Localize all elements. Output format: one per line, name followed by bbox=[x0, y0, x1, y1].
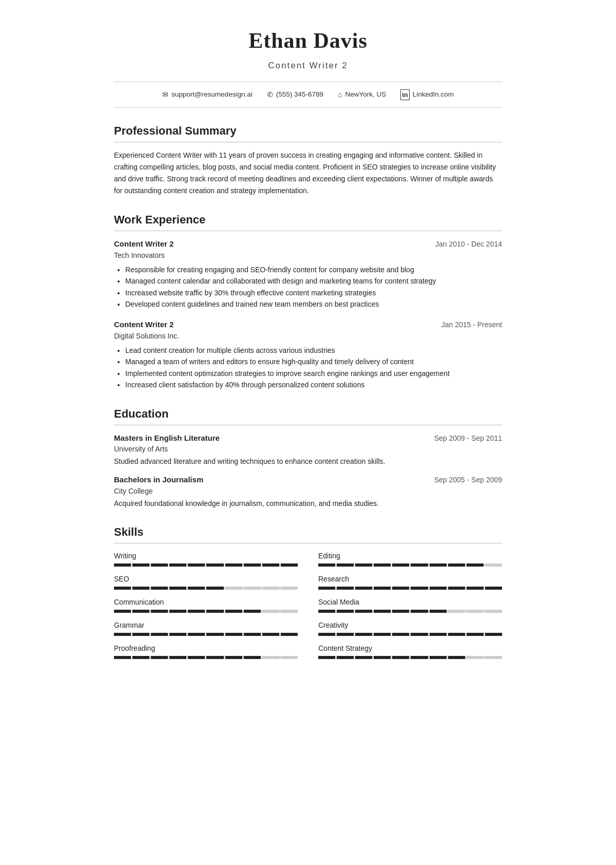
skill-segment bbox=[467, 587, 484, 590]
skill-segment bbox=[485, 587, 502, 590]
skill-segment bbox=[151, 563, 168, 567]
exp-date: Jan 2015 - Present bbox=[441, 319, 502, 330]
skill-segment bbox=[132, 563, 149, 567]
skill-segment bbox=[411, 656, 428, 659]
skill-segment bbox=[411, 610, 428, 613]
exp-company: Tech Innovators bbox=[114, 250, 502, 261]
skill-segment bbox=[244, 633, 261, 636]
summary-section: Professional Summary Experienced Content… bbox=[114, 122, 502, 197]
email-text: support@resumedesign.ai bbox=[171, 89, 253, 100]
skill-segment bbox=[448, 633, 465, 636]
skills-column-left: Writing SEO Communication Grammar Proofr… bbox=[114, 551, 298, 666]
skill-label: Content Strategy bbox=[318, 643, 502, 654]
skill-segment bbox=[355, 610, 372, 613]
edu-degree: Bachelors in Journalism bbox=[114, 474, 203, 486]
skill-segment bbox=[262, 610, 279, 613]
skill-segment bbox=[132, 610, 149, 613]
skill-segment bbox=[206, 563, 223, 567]
edu-degree: Masters in English Literature bbox=[114, 432, 220, 444]
skill-segment bbox=[206, 587, 223, 590]
skill-segment bbox=[281, 610, 298, 613]
experience-item: Content Writer 2 Jan 2010 - Dec 2014 Tec… bbox=[114, 238, 502, 310]
skill-segment bbox=[318, 633, 335, 636]
skill-segment bbox=[244, 610, 261, 613]
skill-item: Research bbox=[318, 574, 502, 590]
skill-item: Editing bbox=[318, 551, 502, 567]
skill-segment bbox=[169, 656, 186, 659]
skill-bar bbox=[114, 633, 298, 636]
skill-segment bbox=[374, 587, 391, 590]
skill-segment bbox=[206, 656, 223, 659]
skill-segment bbox=[262, 656, 279, 659]
experience-title: Work Experience bbox=[114, 211, 502, 231]
skill-segment bbox=[430, 610, 447, 613]
candidate-name: Ethan Davis bbox=[114, 25, 502, 57]
experience-item: Content Writer 2 Jan 2015 - Present Digi… bbox=[114, 319, 502, 390]
edu-school: City College bbox=[114, 486, 502, 497]
list-item: Developed content guidelines and trained… bbox=[125, 298, 502, 310]
skill-segment bbox=[392, 563, 409, 567]
skill-segment bbox=[169, 563, 186, 567]
skill-bar bbox=[114, 656, 298, 659]
skill-segment bbox=[281, 563, 298, 567]
skill-label: SEO bbox=[114, 574, 298, 585]
skill-segment bbox=[188, 656, 205, 659]
skill-bar bbox=[114, 587, 298, 590]
skill-segment bbox=[430, 633, 447, 636]
skill-segment bbox=[485, 633, 502, 636]
skill-segment bbox=[206, 610, 223, 613]
skill-segment bbox=[151, 633, 168, 636]
skill-segment bbox=[485, 563, 502, 567]
phone-text: (555) 345-6789 bbox=[276, 89, 323, 100]
skill-segment bbox=[337, 656, 354, 659]
skill-segment bbox=[374, 610, 391, 613]
skill-segment bbox=[188, 610, 205, 613]
phone-icon: ✆ bbox=[267, 89, 273, 100]
linkedin-icon: in bbox=[400, 89, 410, 101]
skill-segment bbox=[281, 633, 298, 636]
skill-segment bbox=[392, 587, 409, 590]
skill-segment bbox=[411, 563, 428, 567]
skill-segment bbox=[225, 633, 242, 636]
skill-label: Research bbox=[318, 574, 502, 585]
list-item: Lead content creation for multiple clien… bbox=[125, 345, 502, 356]
skill-label: Editing bbox=[318, 551, 502, 561]
skill-segment bbox=[151, 587, 168, 590]
skill-segment bbox=[430, 563, 447, 567]
skill-segment bbox=[467, 610, 484, 613]
edu-desc: Acquired foundational knowledge in journ… bbox=[114, 498, 502, 509]
skill-segment bbox=[318, 563, 335, 567]
skill-segment bbox=[188, 633, 205, 636]
skill-segment bbox=[281, 587, 298, 590]
exp-date: Jan 2010 - Dec 2014 bbox=[435, 239, 502, 250]
skill-segment bbox=[430, 587, 447, 590]
skills-column-right: Editing Research Social Media Creativity… bbox=[318, 551, 502, 666]
skill-bar bbox=[318, 633, 502, 636]
education-title: Education bbox=[114, 405, 502, 425]
list-item: Increased website traffic by 30% through… bbox=[125, 287, 502, 298]
skill-segment bbox=[430, 656, 447, 659]
skill-segment bbox=[225, 610, 242, 613]
skill-segment bbox=[132, 633, 149, 636]
list-item: Increased client satisfaction by 40% thr… bbox=[125, 379, 502, 390]
list-item: Managed content calendar and collaborate… bbox=[125, 275, 502, 287]
exp-bullets: Responsible for creating engaging and SE… bbox=[114, 264, 502, 310]
edu-desc: Studied advanced literature and writing … bbox=[114, 456, 502, 467]
skill-segment bbox=[337, 633, 354, 636]
skill-item: Grammar bbox=[114, 620, 298, 636]
skill-segment bbox=[374, 633, 391, 636]
skill-segment bbox=[411, 587, 428, 590]
skill-segment bbox=[169, 610, 186, 613]
skill-segment bbox=[188, 563, 205, 567]
skill-segment bbox=[132, 656, 149, 659]
skill-item: SEO bbox=[114, 574, 298, 590]
education-item: Masters in English Literature Sep 2009 -… bbox=[114, 432, 502, 467]
skill-label: Creativity bbox=[318, 620, 502, 631]
skill-segment bbox=[355, 633, 372, 636]
skill-bar bbox=[318, 587, 502, 590]
skill-item: Creativity bbox=[318, 620, 502, 636]
skills-section: Skills Writing SEO Communication Grammar… bbox=[114, 523, 502, 666]
skill-label: Grammar bbox=[114, 620, 298, 631]
skill-segment bbox=[485, 610, 502, 613]
location-icon: ⌂ bbox=[338, 89, 342, 100]
